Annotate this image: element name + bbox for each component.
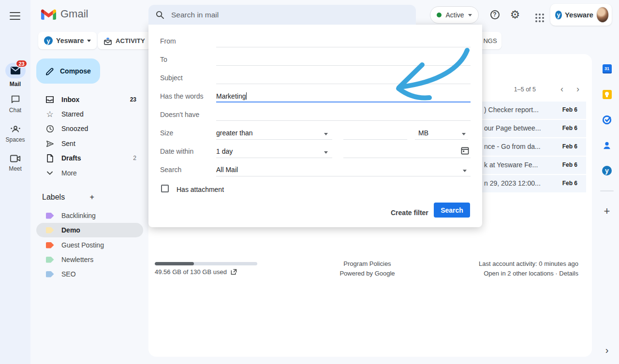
subject-label: Subject	[160, 74, 183, 82]
label-item-demo-selected[interactable]: Demo	[36, 223, 143, 237]
get-addons-button[interactable]: +	[602, 206, 612, 216]
label-tag-icon	[46, 271, 54, 277]
from-input[interactable]	[216, 47, 471, 47]
date-value-input[interactable]	[343, 158, 471, 158]
meet-camera-icon	[10, 154, 21, 163]
pagination-prev-icon[interactable]: ‹	[560, 84, 563, 94]
yesware-account-widget[interactable]: y Yesware	[550, 4, 612, 26]
label-guest-posting-name: Guest Posting	[61, 241, 143, 249]
yesware-menu-chip[interactable]: y Yesware	[38, 32, 97, 49]
mail-date: Feb 6	[562, 106, 577, 113]
program-policies-link[interactable]: Program Policies	[313, 260, 422, 267]
rail-item-spaces[interactable]: Spaces	[0, 124, 30, 143]
spaces-people-icon	[10, 124, 21, 134]
expand-sidebar-icon[interactable]: ›	[602, 345, 612, 355]
compose-label: Compose	[60, 67, 91, 75]
subject-input[interactable]	[216, 84, 471, 84]
chevron-down-icon	[468, 14, 472, 16]
search-icon	[155, 10, 164, 19]
datepicker-calendar-icon[interactable]	[461, 146, 469, 155]
rail-item-mail[interactable]: 23 Mail	[0, 63, 30, 87]
rail-item-chat[interactable]: Chat	[0, 94, 30, 114]
help-button[interactable]: ?	[489, 9, 501, 20]
doesnt-have-label: Doesn't have	[160, 111, 199, 118]
chevron-down-icon	[87, 40, 91, 42]
mail-subject: k at Yesware Fe...	[484, 161, 538, 169]
gmail-wordmark: Gmail	[60, 8, 88, 20]
search-scope-label: Search	[160, 166, 181, 174]
settings-button[interactable]: ⚙	[509, 9, 521, 20]
size-value-input[interactable]	[343, 139, 407, 140]
sent-label: Sent	[61, 140, 143, 147]
sidebar-item-more[interactable]: More	[36, 166, 143, 180]
label-seo-name: SEO	[61, 270, 143, 278]
label-item-newletters[interactable]: Newletters	[36, 252, 143, 267]
yesware-side-icon: y	[602, 166, 612, 175]
sidebar-item-snoozed[interactable]: Snoozed	[36, 121, 143, 136]
label-item-seo[interactable]: SEO	[36, 267, 143, 281]
yesware-wordmark: Yesware	[565, 11, 593, 19]
create-filter-button[interactable]: Create filter	[386, 206, 433, 219]
hamburger-menu-icon[interactable]	[10, 10, 20, 22]
rail-label-spaces: Spaces	[0, 136, 30, 143]
drafts-label: Drafts	[61, 154, 133, 162]
sidebar-item-drafts[interactable]: Drafts 2	[36, 151, 143, 165]
left-rail: 23 Mail Chat Spaces Meet	[0, 0, 30, 364]
advanced-search-dialog: From To Subject Has the words Marketing …	[148, 25, 482, 227]
user-avatar[interactable]	[596, 7, 609, 23]
search-scope-underline	[216, 176, 471, 176]
keep-sidebar-button[interactable]	[602, 89, 612, 99]
rail-item-meet[interactable]: Meet	[0, 154, 30, 172]
inbox-label: Inbox	[61, 96, 130, 103]
dialog-search-button[interactable]: Search	[434, 203, 470, 218]
active-status-dropdown[interactable]: Active	[430, 6, 479, 24]
activity-chip[interactable]: ACTIVITY	[98, 32, 151, 49]
google-apps-button[interactable]	[531, 9, 542, 20]
has-attachment-checkbox[interactable]	[161, 185, 169, 192]
send-icon	[45, 140, 55, 147]
date-within-select[interactable]: 1 day	[216, 147, 233, 155]
sidebar-item-inbox[interactable]: Inbox 23	[36, 92, 143, 107]
label-demo-name: Demo	[61, 226, 143, 234]
status-dot-icon	[437, 13, 442, 17]
sidebar-item-sent[interactable]: Sent	[36, 136, 143, 151]
labels-title: Labels	[42, 193, 90, 202]
partial-settings-tab[interactable]: NGS	[479, 32, 501, 49]
storage-usage-text: 49.56 GB of 130 GB used	[155, 268, 227, 276]
chevron-down-icon	[45, 171, 55, 175]
label-item-backlinking[interactable]: Backlinking	[36, 208, 143, 223]
date-within-label: Date within	[160, 147, 193, 155]
has-words-input[interactable]: Marketing	[216, 92, 247, 100]
snoozed-label: Snoozed	[61, 125, 143, 132]
compose-button[interactable]: Compose	[36, 58, 100, 84]
yesware-sidebar-button[interactable]: y	[602, 166, 612, 175]
search-bar[interactable]: Search in mail	[148, 5, 416, 25]
yesware-menu-label: Yesware	[56, 37, 84, 44]
mail-subject: n 29, 2023 12:00...	[484, 179, 541, 187]
inbox-icon	[45, 96, 55, 103]
label-item-guest-posting[interactable]: Guest Posting	[36, 238, 143, 252]
open-locations-text[interactable]: Open in 2 other locations · Details	[479, 270, 578, 277]
doesnt-have-input[interactable]	[216, 120, 471, 121]
contacts-sidebar-button[interactable]	[602, 141, 612, 150]
mail-date: Feb 6	[562, 125, 577, 131]
to-input[interactable]	[216, 65, 471, 66]
active-status-label: Active	[445, 11, 464, 19]
calendar-icon: 31	[603, 64, 612, 73]
external-link-icon[interactable]	[231, 269, 237, 275]
tasks-sidebar-button[interactable]	[602, 115, 612, 125]
size-unit-select[interactable]: MB	[418, 129, 428, 137]
calendar-sidebar-button[interactable]: 31	[602, 64, 612, 73]
sidebar-item-starred[interactable]: ☆ Starred	[36, 107, 143, 121]
search-scope-select[interactable]: All Mail	[216, 166, 238, 174]
has-words-focus-underline	[216, 102, 471, 102]
label-tag-icon	[46, 213, 54, 219]
powered-by-text: Powered by Google	[313, 270, 422, 277]
size-operator-select[interactable]: greater than	[216, 129, 253, 137]
star-icon: ☆	[45, 109, 55, 119]
add-label-button[interactable]: +	[90, 193, 138, 202]
chevron-down-icon	[324, 151, 328, 154]
pagination-next-icon[interactable]: ›	[576, 84, 579, 94]
pencil-icon	[45, 67, 54, 76]
search-input[interactable]: Search in mail	[171, 11, 219, 19]
